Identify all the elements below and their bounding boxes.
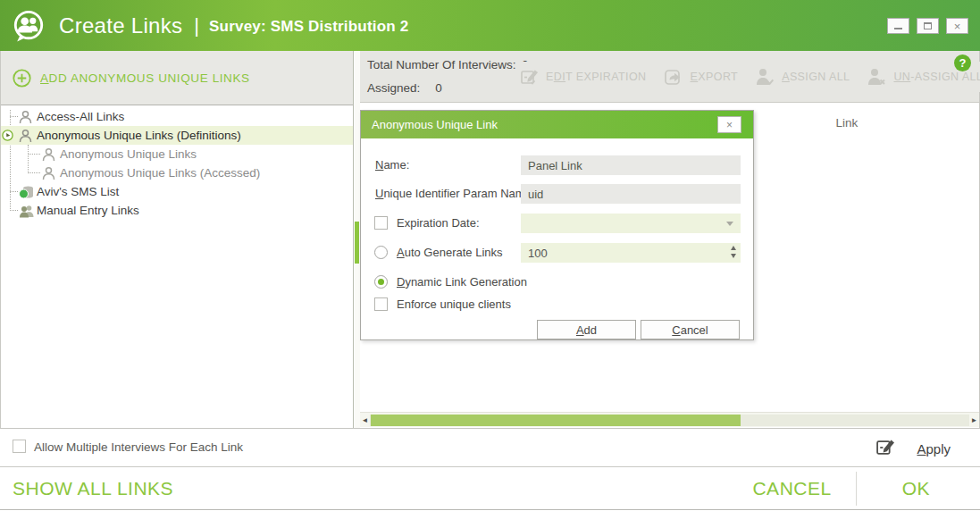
add-anonymous-unique-links-button[interactable]: ADD ANONYMOUS UNIQUE LINKS [1, 51, 353, 105]
links-detail-panel: Total Number Of Interviews: 0 Assigned:0… [360, 51, 980, 428]
tree-item-avivs-sms-list[interactable]: Aviv's SMS List [1, 182, 353, 201]
maximize-button[interactable] [917, 18, 939, 34]
ok-action-button[interactable]: OK [902, 478, 930, 499]
horizontal-scrollbar-track[interactable] [370, 415, 969, 426]
sms-list-icon [19, 185, 34, 199]
person-icon [42, 147, 55, 162]
title-separator: | [194, 14, 199, 38]
link-column-header[interactable]: Link [807, 116, 887, 130]
chevron-down-icon [726, 222, 733, 226]
scroll-left-arrow-icon[interactable]: ◄ [360, 414, 370, 427]
expiration-date-checkbox[interactable] [374, 216, 388, 230]
toolbar-buttons: EDIT EXPIRATION EXPORT ASSIGN ALL [520, 62, 980, 92]
export-label: EXPORT [691, 71, 739, 83]
page-title: Create Links [59, 13, 182, 38]
unassign-all-label: UN-ASSIGN ALL [893, 71, 980, 83]
apply-label: Apply [917, 441, 951, 457]
person-icon [19, 129, 32, 143]
enforce-unique-clients-checkbox[interactable] [374, 297, 388, 311]
question-mark-icon: ? [959, 56, 967, 70]
window-controls: × [887, 18, 968, 34]
show-all-links-button[interactable]: SHOW ALL LINKS [13, 467, 173, 509]
app-people-bubble-icon [12, 9, 46, 43]
links-tree: Access-All Links Anonymous Unique Links … [1, 105, 353, 428]
tree-item-anonymous-unique-links[interactable]: Anonymous Unique Links [1, 145, 353, 163]
export-button[interactable]: EXPORT [664, 67, 739, 87]
assign-all-icon [755, 67, 775, 87]
survey-subtitle: Survey: SMS Distribution 2 [209, 16, 408, 36]
dialog-body: Name: Panel Link Unique Identifier Param… [361, 138, 753, 339]
scroll-right-arrow-icon[interactable]: ► [969, 414, 979, 427]
dynamic-link-generation-radio[interactable] [374, 275, 388, 289]
cancel-action-button[interactable]: CANCEL [752, 478, 831, 499]
total-interviews-label: Total Number Of Interviews: [367, 58, 516, 71]
anonymous-unique-link-dialog: Anonymous Unique Link × Name: Panel Link… [360, 110, 754, 340]
spinner-arrows-icon[interactable] [731, 246, 736, 258]
main-area: ADD ANONYMOUS UNIQUE LINKS Access-All Li… [0, 51, 980, 428]
assign-all-label: ASSIGN ALL [782, 71, 850, 83]
close-icon: × [726, 119, 733, 131]
auto-generate-links-radio[interactable] [374, 246, 388, 259]
action-divider [856, 472, 857, 506]
apply-edit-icon [875, 437, 896, 461]
auto-generate-links-label: Auto Generate Links [397, 246, 503, 259]
person-icon [42, 166, 55, 180]
minimize-button[interactable] [887, 18, 909, 34]
person-icon [19, 110, 32, 124]
tree-item-access-all-links[interactable]: Access-All Links [1, 107, 353, 126]
edit-expiration-button[interactable]: EDIT EXPIRATION [520, 67, 647, 87]
allow-multiple-interviews-checkbox[interactable] [13, 440, 26, 453]
tree-item-manual-entry-links[interactable]: Manual Entry Links [1, 201, 353, 220]
tree-item-anonymous-unique-links-accessed[interactable]: Anonymous Unique Links (Accessed) [1, 163, 353, 182]
help-button[interactable]: ? [954, 54, 971, 71]
allow-multiple-interviews-label: Allow Multiple Interviews For Each Link [34, 440, 243, 454]
options-row: Allow Multiple Interviews For Each Link … [0, 428, 980, 466]
assigned-label: Assigned:0 [367, 81, 442, 95]
unassign-all-icon [867, 67, 887, 87]
export-icon [664, 67, 684, 87]
maximize-icon [924, 22, 932, 29]
titlebar: Create Links | Survey: SMS Distribution … [0, 0, 980, 51]
minimize-icon [894, 28, 902, 29]
assigned-value: 0 [435, 81, 442, 95]
collapse-toggle-icon[interactable] [2, 130, 13, 141]
horizontal-scrollbar[interactable]: ◄ ► [360, 412, 979, 427]
bottom-right-actions: CANCEL OK [752, 467, 980, 509]
close-button[interactable]: × [946, 18, 968, 34]
people-group-icon [19, 204, 35, 218]
apply-button[interactable]: Apply [875, 437, 951, 461]
expiration-date-dropdown[interactable] [521, 214, 741, 233]
dialog-close-button[interactable]: × [717, 116, 741, 133]
create-links-window: Create Links | Survey: SMS Distribution … [0, 0, 980, 511]
dialog-title: Anonymous Unique Link [372, 118, 498, 131]
name-field[interactable]: Panel Link [521, 155, 741, 175]
links-toolbar: Total Number Of Interviews: 0 Assigned:0… [360, 51, 979, 103]
bottom-action-bar: SHOW ALL LINKS CANCEL OK [0, 466, 980, 510]
add-links-label: ADD ANONYMOUS UNIQUE LINKS [40, 71, 250, 85]
name-label: Name: [375, 158, 409, 172]
unique-identifier-param-name-label: Unique Identifier Param Name: [375, 187, 534, 200]
vertical-scrollbar-thumb[interactable] [355, 222, 359, 264]
enforce-unique-clients-label: Enforce unique clients [397, 297, 511, 311]
expiration-date-label: Expiration Date: [397, 216, 480, 230]
unique-identifier-param-name-field[interactable]: uid [521, 184, 741, 204]
edit-expiration-label: EDIT EXPIRATION [546, 71, 647, 83]
radio-selected-dot [378, 279, 384, 285]
edit-expiration-icon [520, 67, 540, 87]
links-tree-panel: ADD ANONYMOUS UNIQUE LINKS Access-All Li… [0, 51, 354, 428]
tree-item-anonymous-unique-links-definitions[interactable]: Anonymous Unique Links (Definitions) [1, 126, 353, 145]
add-button[interactable]: Add [537, 320, 636, 339]
horizontal-scrollbar-thumb[interactable] [371, 415, 741, 426]
close-icon: × [954, 20, 961, 33]
assign-all-button[interactable]: ASSIGN ALL [755, 67, 850, 87]
cancel-button[interactable]: Cancel [641, 320, 740, 339]
plus-circle-icon [13, 69, 31, 88]
auto-generate-links-count-stepper[interactable]: 100 [521, 243, 741, 263]
dialog-header: Anonymous Unique Link × [361, 111, 753, 138]
dynamic-link-generation-label: Dynamic Link Generation [397, 275, 527, 289]
